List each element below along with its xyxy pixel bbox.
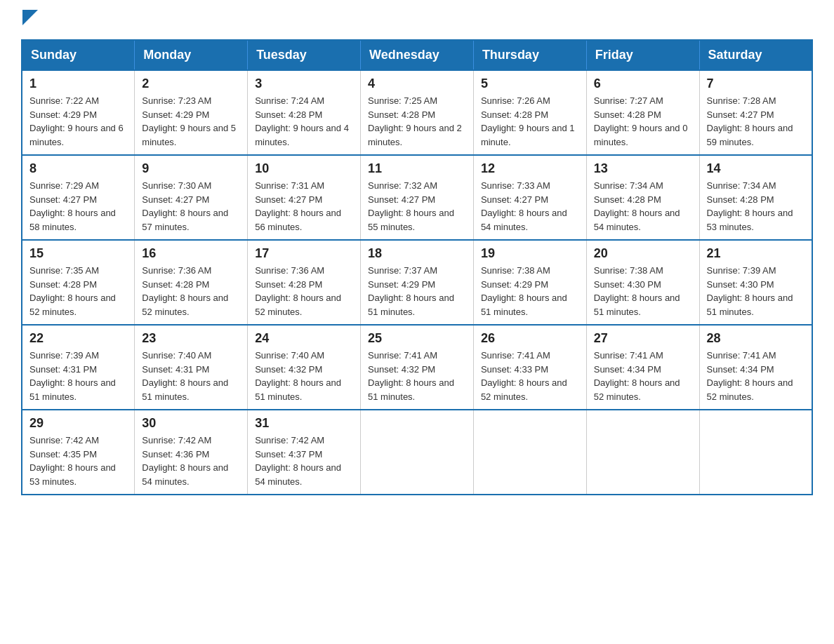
calendar-cell: 31 Sunrise: 7:42 AM Sunset: 4:37 PM Dayl… (248, 410, 361, 495)
day-info: Sunrise: 7:37 AM Sunset: 4:29 PM Dayligh… (368, 264, 466, 318)
day-number: 12 (481, 161, 579, 176)
day-info: Sunrise: 7:42 AM Sunset: 4:36 PM Dayligh… (142, 434, 240, 488)
day-info: Sunrise: 7:30 AM Sunset: 4:27 PM Dayligh… (142, 179, 240, 234)
day-info: Sunrise: 7:24 AM Sunset: 4:28 PM Dayligh… (255, 94, 353, 149)
day-number: 18 (368, 246, 466, 261)
logo (21, 14, 38, 25)
svg-marker-0 (22, 10, 38, 25)
calendar-cell: 24 Sunrise: 7:40 AM Sunset: 4:32 PM Dayl… (248, 325, 361, 410)
day-number: 17 (255, 246, 353, 261)
calendar-cell: 3 Sunrise: 7:24 AM Sunset: 4:28 PM Dayli… (248, 70, 361, 155)
calendar-cell (699, 410, 812, 495)
day-info: Sunrise: 7:22 AM Sunset: 4:29 PM Dayligh… (29, 94, 127, 149)
calendar-body: 1 Sunrise: 7:22 AM Sunset: 4:29 PM Dayli… (22, 70, 812, 495)
calendar-cell: 1 Sunrise: 7:22 AM Sunset: 4:29 PM Dayli… (22, 70, 135, 155)
calendar-cell: 28 Sunrise: 7:41 AM Sunset: 4:34 PM Dayl… (699, 325, 812, 410)
day-number: 13 (594, 161, 692, 176)
day-info: Sunrise: 7:40 AM Sunset: 4:31 PM Dayligh… (142, 349, 240, 403)
day-header-row: SundayMondayTuesdayWednesdayThursdayFrid… (22, 40, 812, 70)
calendar-cell: 9 Sunrise: 7:30 AM Sunset: 4:27 PM Dayli… (135, 155, 248, 240)
calendar-cell: 26 Sunrise: 7:41 AM Sunset: 4:33 PM Dayl… (473, 325, 586, 410)
calendar-cell: 27 Sunrise: 7:41 AM Sunset: 4:34 PM Dayl… (586, 325, 699, 410)
calendar-cell: 21 Sunrise: 7:39 AM Sunset: 4:30 PM Dayl… (699, 240, 812, 325)
day-info: Sunrise: 7:29 AM Sunset: 4:27 PM Dayligh… (29, 179, 127, 234)
day-number: 21 (707, 246, 805, 261)
day-number: 8 (29, 161, 127, 176)
calendar-table: SundayMondayTuesdayWednesdayThursdayFrid… (21, 39, 813, 495)
day-number: 16 (142, 246, 240, 261)
week-row-1: 1 Sunrise: 7:22 AM Sunset: 4:29 PM Dayli… (22, 70, 812, 155)
day-info: Sunrise: 7:41 AM Sunset: 4:32 PM Dayligh… (368, 349, 466, 403)
calendar-cell: 18 Sunrise: 7:37 AM Sunset: 4:29 PM Dayl… (361, 240, 474, 325)
day-info: Sunrise: 7:36 AM Sunset: 4:28 PM Dayligh… (255, 264, 353, 318)
day-number: 26 (481, 331, 579, 346)
day-info: Sunrise: 7:41 AM Sunset: 4:34 PM Dayligh… (707, 349, 805, 403)
day-number: 25 (368, 331, 466, 346)
calendar-cell (586, 410, 699, 495)
day-info: Sunrise: 7:34 AM Sunset: 4:28 PM Dayligh… (707, 179, 805, 234)
calendar-cell: 25 Sunrise: 7:41 AM Sunset: 4:32 PM Dayl… (361, 325, 474, 410)
day-number: 9 (142, 161, 240, 176)
day-header-friday: Friday (586, 40, 699, 70)
calendar-header: SundayMondayTuesdayWednesdayThursdayFrid… (22, 40, 812, 70)
day-info: Sunrise: 7:23 AM Sunset: 4:29 PM Dayligh… (142, 94, 240, 149)
week-row-2: 8 Sunrise: 7:29 AM Sunset: 4:27 PM Dayli… (22, 155, 812, 240)
day-number: 23 (142, 331, 240, 346)
day-number: 10 (255, 161, 353, 176)
calendar-cell: 8 Sunrise: 7:29 AM Sunset: 4:27 PM Dayli… (22, 155, 135, 240)
day-header-sunday: Sunday (22, 40, 135, 70)
calendar-cell (473, 410, 586, 495)
calendar-cell: 20 Sunrise: 7:38 AM Sunset: 4:30 PM Dayl… (586, 240, 699, 325)
calendar-cell: 7 Sunrise: 7:28 AM Sunset: 4:27 PM Dayli… (699, 70, 812, 155)
day-info: Sunrise: 7:28 AM Sunset: 4:27 PM Dayligh… (707, 94, 805, 149)
day-header-wednesday: Wednesday (361, 40, 474, 70)
day-info: Sunrise: 7:38 AM Sunset: 4:29 PM Dayligh… (481, 264, 579, 318)
week-row-4: 22 Sunrise: 7:39 AM Sunset: 4:31 PM Dayl… (22, 325, 812, 410)
day-number: 19 (481, 246, 579, 261)
day-number: 28 (707, 331, 805, 346)
calendar-cell: 29 Sunrise: 7:42 AM Sunset: 4:35 PM Dayl… (22, 410, 135, 495)
day-info: Sunrise: 7:41 AM Sunset: 4:33 PM Dayligh… (481, 349, 579, 403)
calendar-cell: 13 Sunrise: 7:34 AM Sunset: 4:28 PM Dayl… (586, 155, 699, 240)
calendar-cell: 11 Sunrise: 7:32 AM Sunset: 4:27 PM Dayl… (361, 155, 474, 240)
calendar-cell: 23 Sunrise: 7:40 AM Sunset: 4:31 PM Dayl… (135, 325, 248, 410)
day-info: Sunrise: 7:36 AM Sunset: 4:28 PM Dayligh… (142, 264, 240, 318)
day-info: Sunrise: 7:31 AM Sunset: 4:27 PM Dayligh… (255, 179, 353, 234)
day-info: Sunrise: 7:40 AM Sunset: 4:32 PM Dayligh… (255, 349, 353, 403)
day-info: Sunrise: 7:27 AM Sunset: 4:28 PM Dayligh… (594, 94, 692, 149)
day-number: 6 (594, 76, 692, 91)
day-number: 2 (142, 76, 240, 91)
day-number: 11 (368, 161, 466, 176)
week-row-5: 29 Sunrise: 7:42 AM Sunset: 4:35 PM Dayl… (22, 410, 812, 495)
day-info: Sunrise: 7:32 AM Sunset: 4:27 PM Dayligh… (368, 179, 466, 234)
calendar-cell: 17 Sunrise: 7:36 AM Sunset: 4:28 PM Dayl… (248, 240, 361, 325)
calendar-cell: 22 Sunrise: 7:39 AM Sunset: 4:31 PM Dayl… (22, 325, 135, 410)
day-number: 4 (368, 76, 466, 91)
day-number: 31 (255, 416, 353, 431)
calendar-cell: 30 Sunrise: 7:42 AM Sunset: 4:36 PM Dayl… (135, 410, 248, 495)
day-info: Sunrise: 7:25 AM Sunset: 4:28 PM Dayligh… (368, 94, 466, 149)
day-number: 27 (594, 331, 692, 346)
day-number: 22 (29, 331, 127, 346)
day-header-thursday: Thursday (473, 40, 586, 70)
day-info: Sunrise: 7:34 AM Sunset: 4:28 PM Dayligh… (594, 179, 692, 234)
day-number: 20 (594, 246, 692, 261)
day-header-monday: Monday (135, 40, 248, 70)
calendar-cell: 16 Sunrise: 7:36 AM Sunset: 4:28 PM Dayl… (135, 240, 248, 325)
calendar-cell (361, 410, 474, 495)
day-info: Sunrise: 7:41 AM Sunset: 4:34 PM Dayligh… (594, 349, 692, 403)
day-number: 30 (142, 416, 240, 431)
week-row-3: 15 Sunrise: 7:35 AM Sunset: 4:28 PM Dayl… (22, 240, 812, 325)
day-number: 1 (29, 76, 127, 91)
day-header-saturday: Saturday (699, 40, 812, 70)
logo-triangle-icon (22, 10, 38, 25)
calendar-cell: 5 Sunrise: 7:26 AM Sunset: 4:28 PM Dayli… (473, 70, 586, 155)
day-number: 15 (29, 246, 127, 261)
day-number: 24 (255, 331, 353, 346)
calendar-cell: 19 Sunrise: 7:38 AM Sunset: 4:29 PM Dayl… (473, 240, 586, 325)
calendar-cell: 14 Sunrise: 7:34 AM Sunset: 4:28 PM Dayl… (699, 155, 812, 240)
day-number: 14 (707, 161, 805, 176)
day-info: Sunrise: 7:35 AM Sunset: 4:28 PM Dayligh… (29, 264, 127, 318)
day-number: 29 (29, 416, 127, 431)
day-info: Sunrise: 7:33 AM Sunset: 4:27 PM Dayligh… (481, 179, 579, 234)
